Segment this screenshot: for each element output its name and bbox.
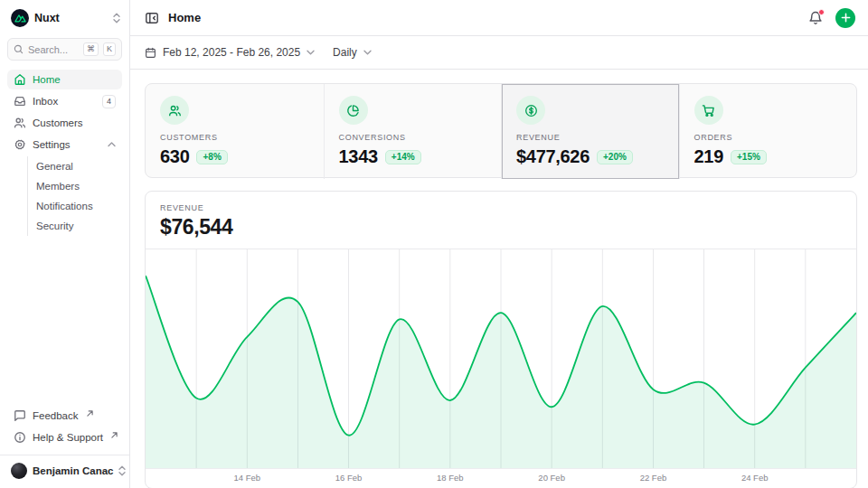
sidebar-toggle-icon[interactable]: [145, 11, 159, 25]
calendar-icon: [145, 47, 156, 59]
nuxt-logo-icon: [11, 9, 29, 27]
external-link-icon: [111, 432, 118, 438]
sidebar-item-notifications[interactable]: Notifications: [28, 196, 122, 216]
stat-value: $477,626: [516, 146, 590, 167]
chevron-down-icon: [307, 50, 315, 55]
x-axis-label: 24 Feb: [741, 473, 769, 483]
feedback-label: Feedback: [33, 410, 79, 421]
home-icon: [14, 73, 26, 86]
stat-card-orders[interactable]: ORDERS 219 +15%: [679, 84, 857, 179]
chart-metric-value: $76,544: [160, 215, 842, 239]
chevron-up-down-icon: [118, 465, 126, 476]
sidebar-item-members[interactable]: Members: [28, 176, 122, 196]
help-support-label: Help & Support: [33, 432, 103, 443]
chart-x-axis: 14 Feb16 Feb18 Feb20 Feb22 Feb24 Feb: [146, 469, 856, 488]
chevron-up-icon: [108, 142, 116, 147]
sidebar-subitem-label: Members: [36, 181, 80, 192]
avatar: [11, 463, 27, 479]
stat-value: 630: [160, 146, 189, 167]
users-icon: [168, 104, 182, 117]
stats-row: CUSTOMERS 630 +8% CONVERSIONS 1343 +14%: [145, 83, 857, 178]
sidebar-subitem-label: General: [36, 161, 73, 172]
stat-label: CUSTOMERS: [160, 133, 309, 142]
feedback-link[interactable]: Feedback: [7, 406, 122, 426]
sidebar-item-label: Inbox: [33, 96, 58, 107]
settings-icon: [14, 138, 26, 151]
filter-toolbar: Feb 12, 2025 - Feb 26, 2025 Daily: [130, 36, 868, 70]
period-select[interactable]: Daily: [333, 46, 372, 59]
stat-delta-badge: +14%: [385, 150, 421, 164]
stat-delta-badge: +15%: [731, 150, 767, 164]
sidebar: Nuxt Search... ⌘ K Home Inbox 4: [0, 0, 130, 488]
stat-card-revenue[interactable]: REVENUE $477,626 +20%: [501, 84, 679, 179]
plus-icon: [841, 13, 851, 23]
stat-delta-badge: +8%: [196, 150, 227, 164]
kbd-meta: ⌘: [83, 42, 99, 56]
sidebar-item-label: Customers: [33, 117, 83, 128]
x-axis-label: 22 Feb: [640, 473, 667, 483]
kbd-k: K: [103, 42, 116, 56]
x-axis-label: 20 Feb: [538, 473, 565, 483]
sidebar-subitem-label: Security: [36, 221, 74, 231]
sidebar-item-inbox[interactable]: Inbox 4: [7, 91, 122, 111]
stat-delta-badge: +20%: [597, 150, 633, 164]
notifications-button[interactable]: [808, 11, 823, 25]
sidebar-item-customers[interactable]: Customers: [7, 113, 122, 133]
date-range-picker[interactable]: Feb 12, 2025 - Feb 26, 2025: [145, 46, 315, 59]
date-range-value: Feb 12, 2025 - Feb 26, 2025: [163, 46, 300, 59]
user-name: Benjamin Canac: [33, 465, 113, 476]
chart-metric-label: REVENUE: [160, 203, 842, 212]
page-header: Home: [130, 0, 868, 36]
sidebar-spacer: [0, 238, 129, 404]
sidebar-item-security[interactable]: Security: [28, 216, 122, 236]
customers-icon: [14, 117, 26, 129]
settings-submenu: General Members Notifications Security: [27, 156, 122, 236]
sidebar-nav: Home Inbox 4 Customers Settings Genera: [0, 70, 129, 238]
stat-value: 1343: [339, 146, 378, 167]
page-content: CUSTOMERS 630 +8% CONVERSIONS 1343 +14%: [130, 70, 868, 488]
search-input[interactable]: Search... ⌘ K: [7, 38, 122, 61]
user-menu[interactable]: Benjamin Canac: [0, 455, 129, 488]
cart-icon: [702, 104, 715, 117]
notification-dot: [818, 9, 825, 15]
search-placeholder: Search...: [28, 44, 79, 55]
chart-svg: [146, 249, 856, 468]
sidebar-item-home[interactable]: Home: [7, 70, 122, 89]
external-link-icon: [87, 410, 93, 417]
x-axis-label: 14 Feb: [233, 473, 260, 483]
stat-card-customers[interactable]: CUSTOMERS 630 +8%: [146, 84, 324, 179]
dollar-circle-icon: [524, 104, 538, 117]
search-icon: [14, 44, 24, 54]
sidebar-item-label: Home: [33, 74, 61, 85]
stat-value: 219: [694, 146, 723, 167]
x-axis-label: 16 Feb: [335, 473, 363, 483]
help-support-link[interactable]: Help & Support: [7, 427, 122, 447]
sidebar-item-label: Settings: [33, 139, 71, 150]
workspace-switcher[interactable]: Nuxt: [0, 0, 129, 34]
stat-card-conversions[interactable]: CONVERSIONS 1343 +14%: [324, 84, 502, 179]
sidebar-footer-links: Feedback Help & Support: [0, 404, 129, 455]
x-axis-label: 18 Feb: [437, 473, 464, 483]
add-button[interactable]: [835, 8, 855, 28]
sidebar-item-settings[interactable]: Settings: [7, 135, 122, 155]
workspace-name: Nuxt: [34, 12, 108, 24]
main-area: Home Feb 12, 2025 - Feb 26, 2025 Daily: [130, 0, 868, 488]
period-value: Daily: [333, 46, 357, 59]
revenue-area-chart[interactable]: [146, 249, 856, 469]
feedback-icon: [14, 409, 26, 422]
inbox-count-badge: 4: [102, 95, 116, 108]
help-icon: [14, 431, 26, 444]
chevron-up-down-icon: [113, 13, 120, 23]
pie-chart-icon: [346, 104, 360, 117]
stat-label: CONVERSIONS: [339, 133, 487, 142]
chart-header: REVENUE $76,544: [146, 192, 856, 249]
stat-label: ORDERS: [694, 133, 843, 142]
inbox-icon: [14, 95, 26, 108]
sidebar-item-general[interactable]: General: [28, 156, 122, 176]
chevron-down-icon: [363, 50, 372, 55]
page-title: Home: [168, 11, 201, 24]
revenue-chart-card: REVENUE $76,544 14 Feb16 Feb18 Feb20 Feb…: [145, 191, 857, 488]
sidebar-subitem-label: Notifications: [36, 201, 93, 211]
stat-label: REVENUE: [516, 133, 665, 142]
